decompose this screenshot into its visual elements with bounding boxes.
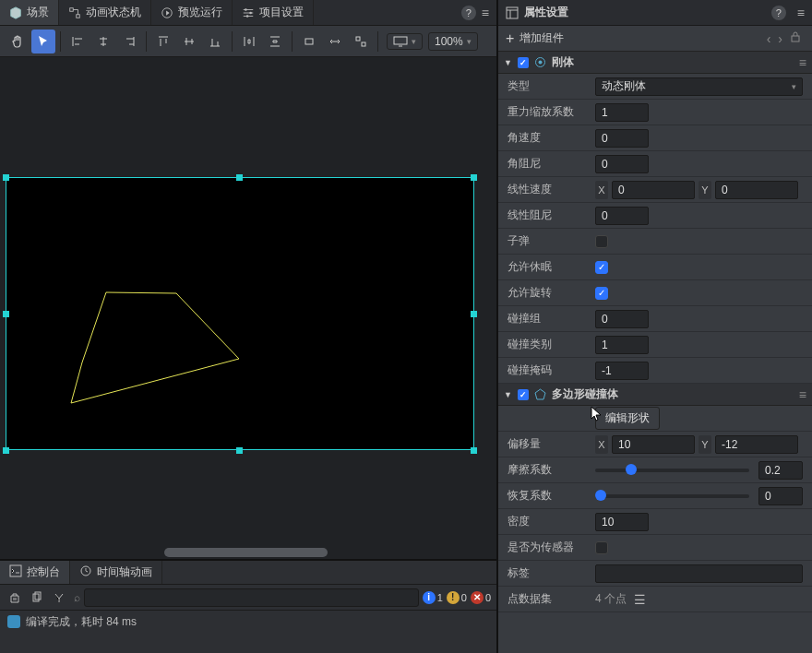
handle-tr[interactable]: [471, 174, 477, 181]
svg-rect-6: [305, 39, 313, 44]
tab-scene[interactable]: 场景: [0, 0, 59, 25]
gravity-input[interactable]: [595, 103, 649, 122]
type-dropdown[interactable]: 动态刚体▾: [595, 77, 803, 96]
zoom-dropdown[interactable]: 100% ▾: [428, 32, 478, 51]
dist-h[interactable]: [237, 30, 261, 53]
inspector-header: 属性设置 ? ≡: [498, 0, 812, 26]
tab-console[interactable]: 控制台: [0, 561, 70, 584]
angvel-input[interactable]: [595, 129, 649, 148]
history-fwd[interactable]: ›: [774, 31, 786, 46]
rotate-checkbox[interactable]: ✓: [595, 287, 608, 300]
clock-icon: [79, 564, 92, 580]
svg-rect-14: [35, 592, 41, 600]
info-badge[interactable]: i1: [423, 591, 443, 604]
offset-x-input[interactable]: [612, 435, 695, 454]
console-icon: [9, 564, 22, 580]
size-width[interactable]: [297, 30, 321, 53]
section-menu[interactable]: ≡: [799, 55, 806, 70]
rest-slider[interactable]: [595, 494, 749, 498]
lindamp-input[interactable]: [595, 207, 649, 225]
group-input[interactable]: [595, 310, 649, 328]
section-rigidbody[interactable]: ▼ ✓ 刚体 ≡: [498, 52, 812, 74]
handle-br[interactable]: [471, 447, 477, 454]
edit-shape-button[interactable]: 编辑形状: [595, 407, 660, 430]
cat-input[interactable]: [595, 336, 649, 354]
warn-badge[interactable]: !0: [447, 591, 467, 604]
linvel-x-input[interactable]: [612, 181, 695, 199]
select-tool[interactable]: [31, 30, 55, 53]
mask-input[interactable]: [595, 362, 649, 380]
tab-timeline[interactable]: 时间轴动画: [70, 561, 162, 584]
friction-slider[interactable]: [595, 469, 749, 472]
handle-tl[interactable]: [3, 174, 9, 181]
rest-input[interactable]: [758, 487, 803, 505]
align-top[interactable]: [151, 30, 175, 53]
enable-checkbox[interactable]: ✓: [518, 57, 529, 68]
tag-input[interactable]: [595, 564, 803, 583]
gravity-label: 重力缩放系数: [508, 104, 595, 120]
polycollider-title: 多边形碰撞体: [552, 386, 618, 402]
canvas-selection[interactable]: [6, 177, 474, 450]
density-input[interactable]: [595, 513, 649, 531]
mask-label: 碰撞掩码: [508, 362, 595, 378]
bullet-checkbox[interactable]: [595, 235, 608, 248]
linvel-y-input[interactable]: [715, 181, 798, 199]
lock-icon[interactable]: [786, 30, 805, 46]
menu-icon[interactable]: ≡: [482, 6, 489, 20]
handle-ml[interactable]: [3, 311, 9, 317]
add-component-label[interactable]: 增加组件: [519, 30, 564, 46]
lindamp-label: 线性阻尼: [508, 208, 595, 223]
sensor-label: 是否为传感器: [508, 540, 595, 555]
angdamp-input[interactable]: [595, 155, 649, 173]
tab-preview[interactable]: 预览运行: [151, 0, 233, 25]
console-copy[interactable]: [28, 588, 46, 607]
size-height[interactable]: [323, 30, 347, 53]
console-search[interactable]: [84, 588, 419, 607]
align-hcenter[interactable]: [91, 30, 115, 53]
handle-mr[interactable]: [471, 311, 477, 317]
tab-settings[interactable]: 项目设置: [233, 0, 314, 25]
angvel-label: 角速度: [508, 130, 595, 146]
svg-marker-19: [535, 389, 545, 399]
sensor-checkbox[interactable]: [595, 541, 608, 554]
tab-anim[interactable]: 动画状态机: [59, 0, 151, 25]
section-menu[interactable]: ≡: [799, 387, 806, 402]
points-value: 4 个点: [595, 591, 627, 607]
dist-v[interactable]: [263, 30, 287, 53]
inspector-menu[interactable]: ≡: [797, 6, 805, 20]
cube-icon: [9, 6, 22, 19]
history-back[interactable]: ‹: [763, 31, 775, 46]
size-both[interactable]: [349, 30, 373, 53]
display-mode-dropdown[interactable]: ▾: [387, 33, 423, 50]
sleep-checkbox[interactable]: ✓: [595, 261, 608, 274]
list-icon[interactable]: ☰: [634, 592, 646, 607]
scene-viewport[interactable]: [0, 57, 496, 559]
add-component-icon[interactable]: +: [506, 30, 514, 47]
svg-point-4: [249, 11, 252, 14]
console-filter[interactable]: [50, 588, 68, 607]
section-polycollider[interactable]: ▼ ✓ 多边形碰撞体 ≡: [498, 384, 812, 406]
offset-y-input[interactable]: [715, 435, 798, 454]
enable-checkbox[interactable]: ✓: [518, 389, 529, 400]
handle-bc[interactable]: [236, 447, 243, 454]
handle-bl[interactable]: [3, 447, 9, 454]
collapse-icon[interactable]: ▼: [504, 390, 512, 399]
main-tabbar: 场景 动画状态机 预览运行 项目设置 ? ≡: [0, 0, 496, 26]
friction-input[interactable]: [758, 461, 803, 480]
console-message: 编译完成，耗时 84 ms: [26, 614, 137, 630]
align-vcenter[interactable]: [177, 30, 201, 53]
align-right[interactable]: [117, 30, 141, 53]
svg-rect-15: [507, 7, 518, 18]
viewport-toolbar: ▾ 100% ▾: [0, 26, 496, 57]
align-bottom[interactable]: [203, 30, 227, 53]
help-icon[interactable]: ?: [461, 6, 476, 20]
svg-rect-1: [77, 14, 80, 18]
align-left[interactable]: [66, 30, 90, 53]
console-clear[interactable]: [6, 588, 24, 607]
viewport-hscroll[interactable]: [164, 548, 328, 557]
collapse-icon[interactable]: ▼: [504, 58, 512, 67]
handle-tc[interactable]: [236, 174, 243, 181]
error-badge[interactable]: ✕0: [471, 591, 491, 604]
hand-tool[interactable]: [6, 30, 30, 53]
inspector-help[interactable]: ?: [771, 6, 786, 20]
